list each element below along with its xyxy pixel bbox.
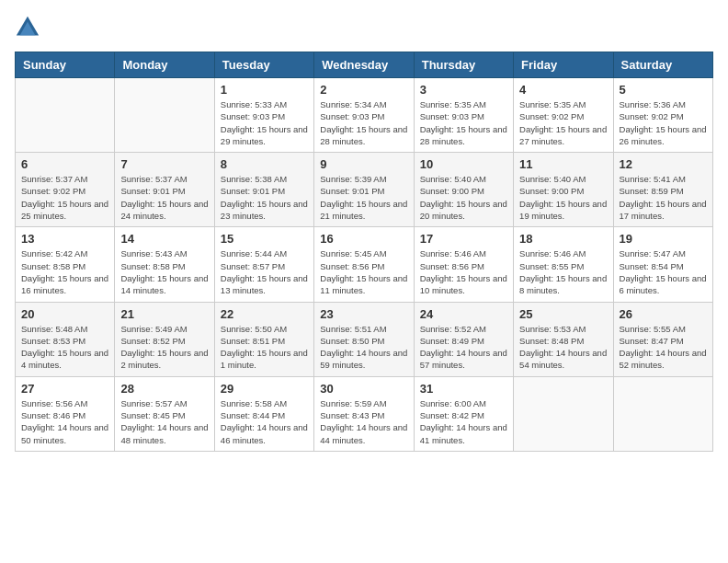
calendar-day-cell: 20Sunrise: 5:48 AM Sunset: 8:53 PM Dayli… <box>16 302 115 376</box>
day-number: 29 <box>221 382 308 396</box>
day-number: 2 <box>320 83 407 97</box>
day-number: 9 <box>320 157 407 171</box>
day-info: Sunrise: 5:44 AM Sunset: 8:57 PM Dayligh… <box>221 247 308 296</box>
day-info: Sunrise: 5:48 AM Sunset: 8:53 PM Dayligh… <box>21 323 108 372</box>
calendar-day-cell <box>115 78 214 153</box>
calendar-week-row: 13Sunrise: 5:42 AM Sunset: 8:58 PM Dayli… <box>16 227 713 302</box>
weekday-header: Thursday <box>414 52 513 78</box>
day-info: Sunrise: 5:36 AM Sunset: 9:02 PM Dayligh… <box>620 98 707 147</box>
day-info: Sunrise: 5:33 AM Sunset: 9:03 PM Dayligh… <box>221 98 308 147</box>
day-number: 4 <box>519 83 607 97</box>
day-info: Sunrise: 5:47 AM Sunset: 8:54 PM Dayligh… <box>620 247 707 296</box>
calendar-day-cell <box>613 376 712 451</box>
day-number: 1 <box>221 83 308 97</box>
calendar-day-cell: 22Sunrise: 5:50 AM Sunset: 8:51 PM Dayli… <box>214 302 313 376</box>
logo <box>15 15 44 40</box>
day-info: Sunrise: 5:38 AM Sunset: 9:01 PM Dayligh… <box>221 173 308 222</box>
day-info: Sunrise: 5:49 AM Sunset: 8:52 PM Dayligh… <box>120 323 208 372</box>
day-number: 14 <box>120 232 208 246</box>
calendar-day-cell: 17Sunrise: 5:46 AM Sunset: 8:56 PM Dayli… <box>414 227 513 302</box>
day-info: Sunrise: 5:46 AM Sunset: 8:56 PM Dayligh… <box>420 247 507 296</box>
calendar-day-cell: 19Sunrise: 5:47 AM Sunset: 8:54 PM Dayli… <box>613 227 712 302</box>
day-number: 16 <box>320 232 407 246</box>
calendar-day-cell: 14Sunrise: 5:43 AM Sunset: 8:58 PM Dayli… <box>115 227 214 302</box>
calendar-week-row: 1Sunrise: 5:33 AM Sunset: 9:03 PM Daylig… <box>16 78 713 153</box>
day-info: Sunrise: 5:35 AM Sunset: 9:03 PM Dayligh… <box>420 98 507 147</box>
day-info: Sunrise: 5:59 AM Sunset: 8:43 PM Dayligh… <box>320 397 407 446</box>
day-number: 10 <box>420 157 507 171</box>
calendar-week-row: 27Sunrise: 5:56 AM Sunset: 8:46 PM Dayli… <box>16 376 713 451</box>
day-info: Sunrise: 5:35 AM Sunset: 9:02 PM Dayligh… <box>519 98 607 147</box>
calendar-day-cell: 24Sunrise: 5:52 AM Sunset: 8:49 PM Dayli… <box>414 302 513 376</box>
day-info: Sunrise: 5:46 AM Sunset: 8:55 PM Dayligh… <box>519 247 607 296</box>
day-number: 31 <box>420 382 507 396</box>
weekday-header: Sunday <box>16 52 115 78</box>
day-number: 27 <box>21 382 108 396</box>
day-number: 18 <box>519 232 607 246</box>
day-number: 13 <box>21 232 108 246</box>
calendar-day-cell: 11Sunrise: 5:40 AM Sunset: 9:00 PM Dayli… <box>514 153 613 227</box>
day-number: 23 <box>320 307 407 321</box>
day-number: 12 <box>620 157 707 171</box>
calendar-day-cell <box>514 376 613 451</box>
day-info: Sunrise: 5:57 AM Sunset: 8:45 PM Dayligh… <box>120 397 208 446</box>
weekday-header: Tuesday <box>214 52 313 78</box>
calendar-header-row: SundayMondayTuesdayWednesdayThursdayFrid… <box>16 52 713 78</box>
calendar-day-cell: 1Sunrise: 5:33 AM Sunset: 9:03 PM Daylig… <box>214 78 313 153</box>
day-number: 19 <box>620 232 707 246</box>
day-number: 24 <box>420 307 507 321</box>
day-number: 15 <box>221 232 308 246</box>
calendar-day-cell: 10Sunrise: 5:40 AM Sunset: 9:00 PM Dayli… <box>414 153 513 227</box>
calendar-table: SundayMondayTuesdayWednesdayThursdayFrid… <box>15 52 713 452</box>
calendar-day-cell: 31Sunrise: 6:00 AM Sunset: 8:42 PM Dayli… <box>414 376 513 451</box>
day-number: 20 <box>21 307 108 321</box>
day-info: Sunrise: 5:43 AM Sunset: 8:58 PM Dayligh… <box>120 247 208 296</box>
day-number: 5 <box>620 83 707 97</box>
day-number: 7 <box>120 157 208 171</box>
calendar-day-cell: 16Sunrise: 5:45 AM Sunset: 8:56 PM Dayli… <box>314 227 414 302</box>
day-info: Sunrise: 5:41 AM Sunset: 8:59 PM Dayligh… <box>620 173 707 222</box>
weekday-header: Monday <box>115 52 214 78</box>
day-number: 25 <box>519 307 607 321</box>
day-info: Sunrise: 5:37 AM Sunset: 9:02 PM Dayligh… <box>21 173 108 222</box>
calendar-day-cell: 18Sunrise: 5:46 AM Sunset: 8:55 PM Dayli… <box>514 227 613 302</box>
day-number: 26 <box>620 307 707 321</box>
calendar-day-cell: 25Sunrise: 5:53 AM Sunset: 8:48 PM Dayli… <box>514 302 613 376</box>
day-info: Sunrise: 5:40 AM Sunset: 9:00 PM Dayligh… <box>420 173 507 222</box>
day-info: Sunrise: 5:37 AM Sunset: 9:01 PM Dayligh… <box>120 173 208 222</box>
calendar-day-cell: 13Sunrise: 5:42 AM Sunset: 8:58 PM Dayli… <box>16 227 115 302</box>
calendar-day-cell: 5Sunrise: 5:36 AM Sunset: 9:02 PM Daylig… <box>613 78 712 153</box>
day-number: 6 <box>21 157 108 171</box>
calendar-day-cell: 27Sunrise: 5:56 AM Sunset: 8:46 PM Dayli… <box>16 376 115 451</box>
calendar-week-row: 6Sunrise: 5:37 AM Sunset: 9:02 PM Daylig… <box>16 153 713 227</box>
calendar-day-cell: 9Sunrise: 5:39 AM Sunset: 9:01 PM Daylig… <box>314 153 414 227</box>
day-info: Sunrise: 5:40 AM Sunset: 9:00 PM Dayligh… <box>519 173 607 222</box>
calendar-day-cell: 23Sunrise: 5:51 AM Sunset: 8:50 PM Dayli… <box>314 302 414 376</box>
calendar-day-cell: 12Sunrise: 5:41 AM Sunset: 8:59 PM Dayli… <box>613 153 712 227</box>
day-info: Sunrise: 5:51 AM Sunset: 8:50 PM Dayligh… <box>320 323 407 372</box>
day-info: Sunrise: 5:55 AM Sunset: 8:47 PM Dayligh… <box>620 323 707 372</box>
calendar-day-cell: 21Sunrise: 5:49 AM Sunset: 8:52 PM Dayli… <box>115 302 214 376</box>
calendar-day-cell: 7Sunrise: 5:37 AM Sunset: 9:01 PM Daylig… <box>115 153 214 227</box>
weekday-header: Friday <box>514 52 613 78</box>
calendar-day-cell: 4Sunrise: 5:35 AM Sunset: 9:02 PM Daylig… <box>514 78 613 153</box>
logo-icon <box>15 15 40 40</box>
calendar-day-cell: 29Sunrise: 5:58 AM Sunset: 8:44 PM Dayli… <box>214 376 313 451</box>
day-info: Sunrise: 5:56 AM Sunset: 8:46 PM Dayligh… <box>21 397 108 446</box>
calendar-day-cell: 3Sunrise: 5:35 AM Sunset: 9:03 PM Daylig… <box>414 78 513 153</box>
calendar-day-cell: 2Sunrise: 5:34 AM Sunset: 9:03 PM Daylig… <box>314 78 414 153</box>
day-info: Sunrise: 5:50 AM Sunset: 8:51 PM Dayligh… <box>221 323 308 372</box>
day-info: Sunrise: 5:45 AM Sunset: 8:56 PM Dayligh… <box>320 247 407 296</box>
day-number: 28 <box>120 382 208 396</box>
weekday-header: Saturday <box>613 52 712 78</box>
day-number: 21 <box>120 307 208 321</box>
calendar-day-cell: 6Sunrise: 5:37 AM Sunset: 9:02 PM Daylig… <box>16 153 115 227</box>
day-number: 17 <box>420 232 507 246</box>
day-number: 11 <box>519 157 607 171</box>
day-info: Sunrise: 5:53 AM Sunset: 8:48 PM Dayligh… <box>519 323 607 372</box>
day-number: 30 <box>320 382 407 396</box>
day-number: 22 <box>221 307 308 321</box>
day-number: 3 <box>420 83 507 97</box>
calendar-day-cell <box>16 78 115 153</box>
calendar-day-cell: 26Sunrise: 5:55 AM Sunset: 8:47 PM Dayli… <box>613 302 712 376</box>
